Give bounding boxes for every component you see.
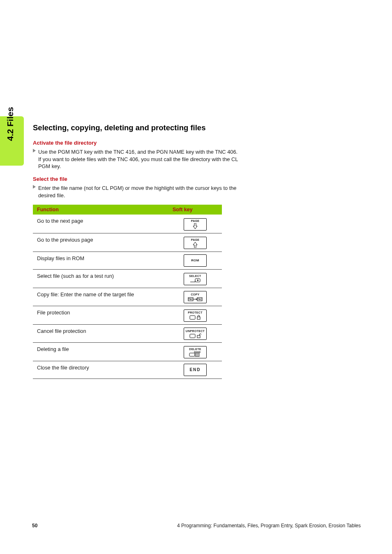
table-row: Copy file: Enter the name of the target …	[33, 288, 222, 306]
section-title: Selecting, copying, deleting and protect…	[33, 123, 362, 132]
function-cell: Go to the next page	[33, 215, 168, 233]
softkey-cell: DELETE	[168, 343, 222, 361]
softkey-label: SELECT	[189, 275, 201, 277]
subheading-activate: Activate the file directory	[33, 140, 362, 146]
copy-icon: TNCTNC	[188, 297, 203, 302]
softkey-delete[interactable]: DELETE	[184, 346, 207, 358]
bullet-caret-icon	[33, 149, 36, 152]
softkey-label: PAGE	[191, 238, 200, 241]
softkey-unprotect[interactable]: UNPROTECT	[184, 328, 207, 340]
page-number: 50	[32, 523, 37, 529]
function-cell: File protection	[33, 306, 168, 325]
svg-rect-11	[197, 317, 200, 319]
block-activate: Activate the file directory Use the PGM …	[33, 140, 362, 170]
svg-rect-10	[190, 316, 195, 319]
page-footer: 50 4 Programming: Fundamentals, Files, P…	[32, 523, 361, 529]
svg-rect-12	[190, 334, 195, 338]
table-row: Cancel file protectionUNPROTECT	[33, 324, 222, 343]
table-row: Display files in ROMROM	[33, 252, 222, 270]
softkey-end[interactable]: END	[184, 364, 207, 376]
unprotect-icon	[189, 333, 201, 338]
table-row: Go to the next pagePAGE	[33, 215, 222, 233]
function-cell: Cancel file protection	[33, 324, 168, 343]
softkey-label: ROM	[191, 259, 199, 262]
delete-icon	[189, 351, 202, 357]
protect-icon	[189, 315, 201, 320]
arrow-up-icon	[193, 242, 198, 248]
function-cell: Close the file directory	[33, 361, 168, 379]
bullet-text-select: Enter the file name (not for CL PGM) or …	[38, 185, 239, 199]
table-row: Close the file directoryEND	[33, 361, 222, 379]
table-row: Go to the previous pagePAGE	[33, 233, 222, 252]
softkey-label: END	[189, 368, 201, 372]
softkey-cell: PAGE	[168, 233, 222, 252]
table-row: Select file (such as for a test run)SELE…	[33, 270, 222, 288]
softkey-cell: PROTECT	[168, 306, 222, 325]
svg-text:TNC: TNC	[197, 298, 202, 300]
chapter-label: 4 Programming: Fundamentals, Files, Prog…	[177, 523, 361, 529]
bullet-caret-icon	[33, 185, 36, 189]
function-cell: Select file (such as for a test run)	[33, 270, 168, 288]
softkey-cell: COPYTNCTNC	[168, 288, 222, 306]
svg-marker-4	[197, 279, 199, 281]
softkey-cell: PAGE	[168, 215, 222, 233]
side-tab: 4.2 Files	[0, 116, 24, 166]
svg-rect-16	[195, 353, 199, 357]
softkey-cell: END	[168, 361, 222, 379]
softkey-cell: UNPROTECT	[168, 324, 222, 343]
function-cell: Go to the previous page	[33, 233, 168, 252]
bullet-text-activate: Use the PGM MGT key with the TNC 416, an…	[38, 148, 239, 170]
select-icon	[189, 278, 201, 283]
svg-text:TNC: TNC	[188, 298, 193, 300]
function-cell: Display files in ROM	[33, 252, 168, 270]
svg-rect-14	[194, 352, 200, 353]
block-select: Select the file Enter the file name (not…	[33, 176, 362, 199]
softkey-label: UNPROTECT	[186, 330, 205, 332]
softkey-select[interactable]: SELECT	[184, 273, 207, 285]
softkey-copy[interactable]: COPYTNCTNC	[184, 291, 207, 303]
softkey-cell: ROM	[168, 252, 222, 270]
softkey-table: Function Soft key Go to the next pagePAG…	[33, 205, 222, 379]
svg-marker-0	[33, 149, 36, 152]
col-header-softkey: Soft key	[168, 205, 222, 215]
softkey-label: PAGE	[191, 219, 200, 222]
arrow-down-icon	[193, 223, 198, 229]
softkey-page[interactable]: PAGE	[184, 237, 207, 249]
softkey-page[interactable]: PAGE	[184, 218, 207, 231]
softkey-protect[interactable]: PROTECT	[184, 309, 207, 322]
table-row: Deleting a fileDELETE	[33, 343, 222, 361]
softkey-label: DELETE	[189, 348, 201, 351]
svg-rect-15	[189, 353, 195, 356]
softkey-label: PROTECT	[188, 311, 203, 314]
softkey-label: COPY	[191, 293, 199, 296]
softkey-rom[interactable]: ROM	[184, 254, 207, 267]
svg-rect-13	[197, 335, 200, 338]
main-content: Selecting, copying, deleting and protect…	[33, 123, 362, 379]
col-header-function: Function	[33, 205, 168, 215]
svg-marker-1	[33, 185, 36, 189]
function-cell: Copy file: Enter the name of the target …	[33, 288, 168, 306]
side-tab-label: 4.2 Files	[5, 107, 15, 141]
softkey-cell: SELECT	[168, 270, 222, 288]
subheading-select: Select the file	[33, 176, 362, 182]
table-row: File protectionPROTECT	[33, 306, 222, 325]
function-cell: Deleting a file	[33, 343, 168, 361]
